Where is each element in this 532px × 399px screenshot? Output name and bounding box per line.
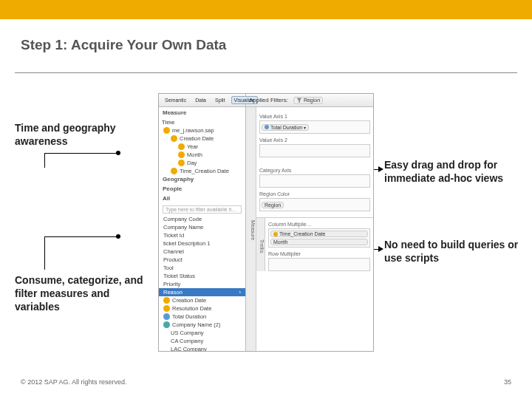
dropzone-panel: Measure Value Axis 1 Total Duration▾ Val… (246, 107, 373, 351)
measure-icon (265, 125, 269, 129)
pill-month[interactable]: Month (270, 239, 368, 245)
list-item-label: CA Company (171, 338, 203, 344)
connector-dot-icon (116, 234, 120, 239)
column-multiplier-dropzone[interactable]: Time_Creation Date Month (268, 228, 370, 248)
list-item-label: ticket Description 1 (163, 240, 210, 247)
pill-label: Time_Creation Date (279, 231, 325, 236)
row-multiplier-dropzone[interactable] (268, 258, 370, 271)
connector (44, 153, 118, 154)
pill-label: Month (273, 239, 287, 245)
list-item-label: Ticket Id (163, 232, 184, 239)
geography-header: Geography (159, 175, 245, 185)
list-item[interactable]: Company Name (159, 223, 245, 231)
tab-data[interactable]: Data (192, 96, 209, 104)
filter-chip-label: Region (304, 98, 320, 103)
tree-item[interactable]: Day (159, 159, 245, 167)
list-item[interactable]: Ticket Id (159, 231, 245, 239)
list-item[interactable]: Product (159, 256, 245, 264)
tree-item-label: Creation Date (180, 135, 214, 142)
list-item-label: Ticket Status (163, 273, 195, 279)
tree-item[interactable]: me_j.rawson.sap (159, 126, 245, 134)
tree-item-label: Year (187, 143, 198, 150)
list-item[interactable]: Company Code (159, 215, 245, 223)
applied-filters-label: Applied Filters: (249, 97, 288, 103)
axis2-dropzone[interactable] (259, 144, 370, 157)
axis1-dropzone[interactable]: Total Duration▾ (259, 120, 370, 134)
callout-consume: Consume, categorize, and filter measures… (15, 273, 148, 314)
clock-icon (178, 143, 185, 150)
tab-semantic[interactable]: Semantic (162, 96, 189, 104)
list-item[interactable]: CA Company (159, 337, 245, 345)
region-color-dropzone[interactable]: Region (259, 198, 370, 211)
arrow-right-icon (378, 166, 383, 172)
app-toolbar: Semantic Data Split Visualize Applied Fi… (159, 94, 373, 107)
column-multiplier-label: Column Multiplie… (268, 222, 370, 227)
clock-icon (163, 127, 170, 134)
list-item-label: Resolution Date (172, 305, 211, 312)
tree-item-label: me_j.rawson.sap (172, 127, 214, 134)
list-item-label: Priority (163, 281, 180, 287)
arrow-right-icon (378, 246, 383, 252)
list-item-label: Company Code (163, 216, 202, 222)
slide-title: Step 1: Acquire Your Own Data (21, 37, 226, 53)
tree-item[interactable]: Month (159, 151, 245, 159)
tab-split[interactable]: Split (212, 96, 228, 104)
category-axis-dropzone[interactable] (259, 174, 370, 188)
list-item[interactable]: ticket Description 1 (159, 239, 245, 248)
list-item-label: US Company (171, 330, 204, 336)
people-header: People (159, 185, 245, 194)
list-item[interactable]: Priority (159, 280, 245, 288)
brand-gold-bar (0, 0, 532, 19)
list-item[interactable]: Channel (159, 248, 245, 256)
tree-item-label: Month (187, 151, 202, 158)
funnel-icon (296, 98, 302, 103)
list-item[interactable]: Creation Date (159, 296, 245, 304)
list-item-label: Company Name (163, 224, 203, 231)
time-group-header: Time (159, 118, 245, 126)
list-item[interactable]: US Company (159, 329, 245, 337)
vertical-tab-trellis[interactable]: Trellis (256, 218, 265, 271)
filter-chip-region[interactable]: Region (293, 97, 323, 104)
callout-noqueries: No need to build queries or use scripts (384, 238, 525, 265)
list-item[interactable]: LAC Company (159, 345, 245, 351)
callout-dragdrop: Easy drag and drop for immediate ad-hoc … (384, 158, 517, 185)
list-item-label: Reason (163, 289, 183, 296)
list-item[interactable]: Tool (159, 264, 245, 272)
filter-fields-input[interactable]: Type here to filter available it… (163, 205, 242, 214)
pill-total-duration[interactable]: Total Duration▾ (262, 124, 309, 131)
connector (44, 153, 45, 168)
list-item[interactable]: Resolution Date (159, 304, 245, 313)
copyright: © 2012 SAP AG. All rights reserved. (21, 378, 127, 386)
clock-icon (178, 151, 185, 158)
pill-label: Total Duration (270, 125, 302, 130)
list-item[interactable]: Ticket Status (159, 272, 245, 280)
list-item-label: Channel (163, 248, 184, 255)
list-item[interactable]: Company Name (2) (159, 321, 245, 329)
tree-item[interactable]: Time_Creation Date (159, 167, 245, 175)
connector-dot-icon (116, 151, 120, 155)
clock-icon (178, 160, 185, 166)
tree-item[interactable]: Creation Date (159, 134, 245, 143)
connector (44, 236, 118, 237)
callout-time-geo: Time and geography awareness (15, 121, 148, 148)
tree-item[interactable]: Year (159, 143, 245, 151)
date-icon (273, 232, 278, 236)
vertical-tab-measure[interactable]: Measure (246, 107, 256, 351)
list-item-label: Creation Date (172, 297, 206, 304)
date-icon (163, 297, 170, 304)
list-item-label: Company Name (2) (172, 321, 220, 328)
tree-item-label: Day (187, 160, 197, 166)
category-axis-label: Category Axis (259, 168, 370, 173)
list-item-selected[interactable]: Reason› (159, 288, 245, 296)
list-item-label: Tool (163, 265, 174, 271)
list-item[interactable]: Total Duration (159, 313, 245, 321)
row-multiplier-label: Row Multiplier (268, 251, 370, 256)
app-screenshot: Semantic Data Split Visualize Applied Fi… (158, 93, 374, 352)
connector (44, 236, 45, 270)
date-icon (163, 305, 170, 312)
clock-icon (171, 135, 177, 142)
pill-region[interactable]: Region (262, 202, 284, 208)
clock-icon (171, 168, 177, 174)
hierarchy-icon (163, 321, 170, 328)
pill-time-creation-date[interactable]: Time_Creation Date (270, 231, 368, 237)
